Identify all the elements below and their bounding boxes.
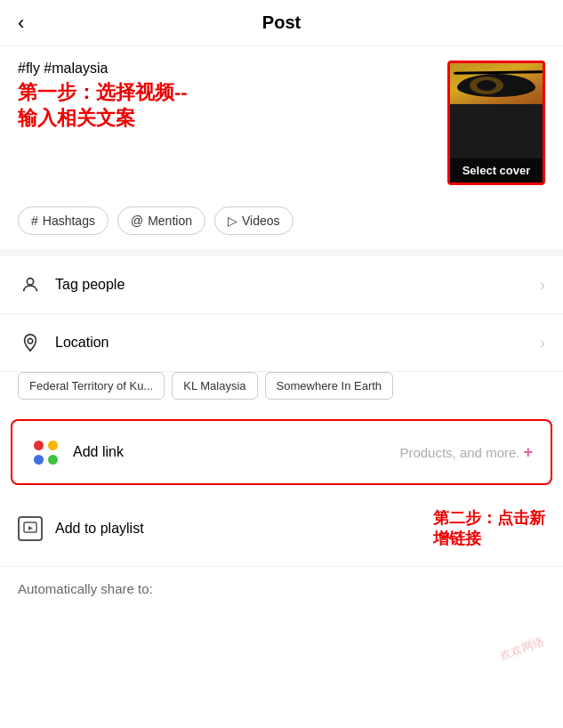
playlist-icon (18, 516, 43, 541)
location-chip-2[interactable]: Somewhere In Earth (265, 372, 394, 400)
playlist-row[interactable]: Add to playlist 第二步：点击新 增链接 (0, 492, 563, 567)
annotation-step1: 第一步：选择视频-- 输入相关文案 (18, 80, 435, 131)
add-link-icon (30, 437, 60, 467)
hash-icon: # (31, 214, 38, 228)
hashtags-button[interactable]: # Hashtags (18, 206, 109, 235)
page-title: Post (262, 12, 301, 33)
annotation-step2: 第二步：点击新 增链接 (433, 508, 545, 550)
plus-icon: + (523, 443, 533, 462)
add-link-label: Add link (73, 444, 399, 460)
select-cover-label[interactable]: Select cover (450, 158, 543, 182)
watermark: 欢欢网络 (497, 634, 546, 665)
caption-area: #fly #malaysia 第一步：选择视频-- 输入相关文案 Select … (0, 46, 563, 199)
add-link-sublabel: Products, and more. + (399, 443, 533, 462)
dot-red (34, 441, 44, 450)
videos-button[interactable]: ▷ Videos (214, 206, 294, 235)
auto-share-row: Automatically share to: (0, 567, 563, 611)
caption-hashtags[interactable]: #fly #malaysia (18, 61, 435, 77)
svg-point-0 (27, 279, 33, 285)
video-cover-thumbnail[interactable]: Select cover (447, 61, 545, 185)
location-icon (18, 330, 43, 355)
svg-marker-3 (28, 526, 33, 530)
location-chip-0[interactable]: Federal Territory of Ku... (18, 372, 165, 400)
tag-people-row[interactable]: Tag people › (0, 256, 563, 314)
header: ‹ Post (0, 0, 563, 46)
playlist-label: Add to playlist (55, 521, 424, 537)
location-row[interactable]: Location › (0, 314, 563, 372)
mention-button[interactable]: @ Mention (117, 206, 205, 235)
dot-green (48, 455, 58, 465)
svg-point-1 (28, 338, 33, 344)
tag-buttons-row: # Hashtags @ Mention ▷ Videos (0, 199, 563, 249)
location-chips: Federal Territory of Ku... KL Malaysia S… (0, 372, 563, 412)
location-chip-1[interactable]: KL Malaysia (172, 372, 257, 400)
chevron-right-icon: › (540, 276, 545, 295)
play-icon: ▷ (228, 214, 237, 228)
person-icon (18, 272, 43, 297)
location-label: Location (55, 335, 540, 351)
tag-people-label: Tag people (55, 277, 540, 293)
divider-1 (0, 249, 563, 256)
add-link-row[interactable]: Add link Products, and more. + (11, 419, 552, 485)
chevron-right-icon-2: › (540, 334, 545, 352)
dot-blue (34, 455, 44, 465)
dot-yellow (48, 441, 58, 450)
at-icon: @ (131, 214, 143, 228)
caption-text-block: #fly #malaysia 第一步：选择视频-- 输入相关文案 (18, 61, 435, 131)
back-button[interactable]: ‹ (18, 12, 24, 35)
